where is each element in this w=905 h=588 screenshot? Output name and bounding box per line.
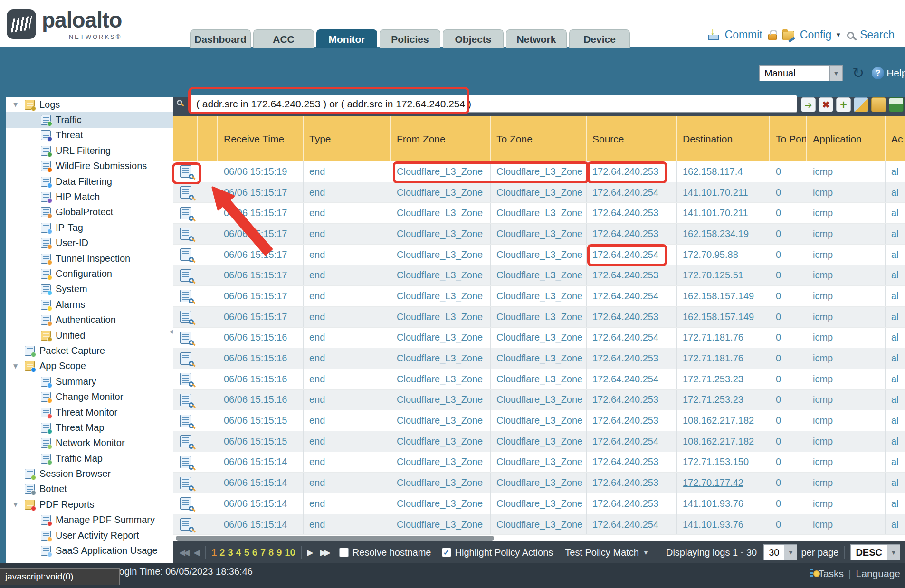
- cell-destination[interactable]: 162.158.117.4: [677, 161, 770, 182]
- sidebar-item-pdf-reports[interactable]: ▼PDF Reports: [6, 497, 173, 512]
- column-header-source[interactable]: Source: [587, 116, 677, 161]
- cell-receive-time[interactable]: 06/06 15:15:19: [218, 161, 304, 182]
- column-header-receive-time[interactable]: Receive Time: [218, 116, 304, 161]
- cell-action[interactable]: al: [886, 390, 905, 410]
- log-detail-magnifier-icon[interactable]: [180, 290, 191, 302]
- tab-acc[interactable]: ACC: [253, 29, 314, 48]
- cell-action[interactable]: al: [886, 245, 905, 265]
- cell-to-port[interactable]: 0: [770, 473, 807, 493]
- cell-to-zone[interactable]: Cloudflare_L3_Zone: [491, 203, 587, 223]
- cell-application[interactable]: icmp: [807, 307, 886, 327]
- filter-builder-icon[interactable]: [854, 97, 868, 112]
- cell-to-zone[interactable]: Cloudflare_L3_Zone: [491, 390, 587, 410]
- column-header-to-port[interactable]: To Port: [770, 116, 807, 161]
- cell-to-zone[interactable]: Cloudflare_L3_Zone: [491, 431, 587, 452]
- sidebar-collapse-handle[interactable]: ◂: [169, 327, 173, 336]
- page-number-2[interactable]: 2: [219, 547, 225, 558]
- sidebar-item-manage-pdf-summary[interactable]: Manage PDF Summary: [6, 512, 173, 528]
- cell-type[interactable]: end: [304, 328, 391, 348]
- cell-application[interactable]: icmp: [807, 161, 886, 182]
- log-detail-magnifier-icon[interactable]: [180, 186, 191, 199]
- cell-type[interactable]: end: [304, 431, 391, 452]
- cell-receive-time[interactable]: 06/06 15:15:17: [218, 203, 304, 223]
- cell-destination[interactable]: 172.71.253.23: [677, 369, 770, 389]
- sidebar-item-network-monitor[interactable]: Network Monitor: [6, 436, 173, 451]
- cell-to-port[interactable]: 0: [770, 328, 807, 348]
- cell-receive-time[interactable]: 06/06 15:15:16: [218, 328, 304, 348]
- cell-source[interactable]: 172.64.240.253: [587, 473, 677, 493]
- clear-filter-button[interactable]: ✖: [819, 97, 833, 112]
- cell-application[interactable]: icmp: [807, 452, 886, 473]
- cell-destination[interactable]: 162.158.234.19: [677, 224, 770, 244]
- sidebar-item-app-scope[interactable]: ▼App Scope: [6, 359, 173, 374]
- cell-from-zone[interactable]: Cloudflare_L3_Zone: [391, 245, 491, 265]
- cell-action[interactable]: al: [886, 452, 905, 473]
- log-detail-magnifier-icon[interactable]: [180, 269, 191, 282]
- tasks-icon[interactable]: [810, 569, 813, 579]
- cell-destination[interactable]: 172.71.153.150: [677, 452, 770, 473]
- tree-expand-arrow-icon[interactable]: ▼: [13, 363, 18, 370]
- cell-action[interactable]: al: [886, 161, 905, 182]
- cell-source[interactable]: 172.64.240.254: [587, 286, 677, 306]
- next-page-button[interactable]: ▶: [307, 548, 314, 557]
- cell-to-zone[interactable]: Cloudflare_L3_Zone: [491, 182, 587, 203]
- cell-to-port[interactable]: 0: [770, 182, 807, 203]
- cell-receive-time[interactable]: 06/06 15:15:14: [218, 452, 304, 473]
- load-filter-icon[interactable]: [871, 97, 886, 112]
- sidebar-item-threat-monitor[interactable]: Threat Monitor: [6, 405, 173, 420]
- cell-type[interactable]: end: [304, 182, 391, 203]
- cell-to-port[interactable]: 0: [770, 224, 807, 244]
- cell-application[interactable]: icmp: [807, 493, 886, 514]
- column-header-type[interactable]: Type: [304, 116, 391, 161]
- tab-device[interactable]: Device: [569, 29, 630, 48]
- cell-application[interactable]: icmp: [807, 286, 886, 306]
- cell-application[interactable]: icmp: [807, 410, 886, 431]
- tab-dashboard[interactable]: Dashboard: [190, 29, 251, 48]
- cell-action[interactable]: al: [886, 203, 905, 223]
- tasks-button[interactable]: Tasks: [818, 568, 844, 579]
- page-number-7[interactable]: 7: [260, 547, 266, 558]
- cell-action[interactable]: al: [886, 493, 905, 514]
- cell-type[interactable]: end: [304, 410, 391, 431]
- column-header-application[interactable]: Application: [807, 116, 886, 161]
- cell-action[interactable]: al: [886, 369, 905, 389]
- sidebar-item-system[interactable]: System: [6, 282, 173, 297]
- cell-receive-time[interactable]: 06/06 15:15:14: [218, 514, 304, 535]
- refresh-icon[interactable]: ↻: [852, 65, 864, 81]
- cell-receive-time[interactable]: 06/06 15:15:16: [218, 390, 304, 410]
- per-page-select[interactable]: 30 ▼: [763, 544, 797, 560]
- cell-to-zone[interactable]: Cloudflare_L3_Zone: [491, 369, 587, 389]
- export-csv-icon[interactable]: [889, 97, 904, 112]
- cell-receive-time[interactable]: 06/06 15:15:16: [218, 348, 304, 369]
- page-number-9[interactable]: 9: [276, 547, 282, 558]
- page-number-1[interactable]: 1: [211, 547, 217, 558]
- cell-application[interactable]: icmp: [807, 224, 886, 244]
- cell-to-port[interactable]: 0: [770, 286, 807, 306]
- cell-destination[interactable]: 172.71.253.23: [677, 390, 770, 410]
- cell-action[interactable]: al: [886, 286, 905, 306]
- cell-action[interactable]: al: [886, 431, 905, 452]
- sidebar-item-change-monitor[interactable]: Change Monitor: [6, 389, 173, 404]
- log-detail-magnifier-icon[interactable]: [180, 207, 191, 219]
- cell-source[interactable]: 172.64.240.253: [587, 307, 677, 327]
- tab-policies[interactable]: Policies: [380, 29, 440, 48]
- cell-receive-time[interactable]: 06/06 15:15:17: [218, 182, 304, 203]
- cell-to-zone[interactable]: Cloudflare_L3_Zone: [491, 410, 587, 431]
- sort-order-select[interactable]: DESC ▼: [850, 544, 900, 560]
- cell-source[interactable]: 172.64.240.254: [587, 328, 677, 348]
- cell-type[interactable]: end: [304, 286, 391, 306]
- sidebar-item-summary[interactable]: Summary: [6, 374, 173, 389]
- cell-action[interactable]: al: [886, 514, 905, 535]
- log-detail-magnifier-icon[interactable]: [180, 332, 191, 344]
- cell-type[interactable]: end: [304, 203, 391, 223]
- cell-destination[interactable]: 141.101.93.76: [677, 514, 770, 535]
- cell-source[interactable]: 172.64.240.253: [587, 493, 677, 514]
- cell-from-zone[interactable]: Cloudflare_L3_Zone: [391, 224, 491, 244]
- sidebar-item-wildfire-submissions[interactable]: WildFire Submissions: [6, 159, 173, 174]
- help-button[interactable]: ? Help: [872, 67, 905, 79]
- sidebar-item-packet-capture[interactable]: Packet Capture: [6, 343, 173, 358]
- column-header-to-zone[interactable]: To Zone: [491, 116, 587, 161]
- cell-type[interactable]: end: [304, 514, 391, 535]
- page-number-10[interactable]: 10: [285, 547, 295, 558]
- sidebar-item-ip-tag[interactable]: IP-Tag: [6, 220, 173, 235]
